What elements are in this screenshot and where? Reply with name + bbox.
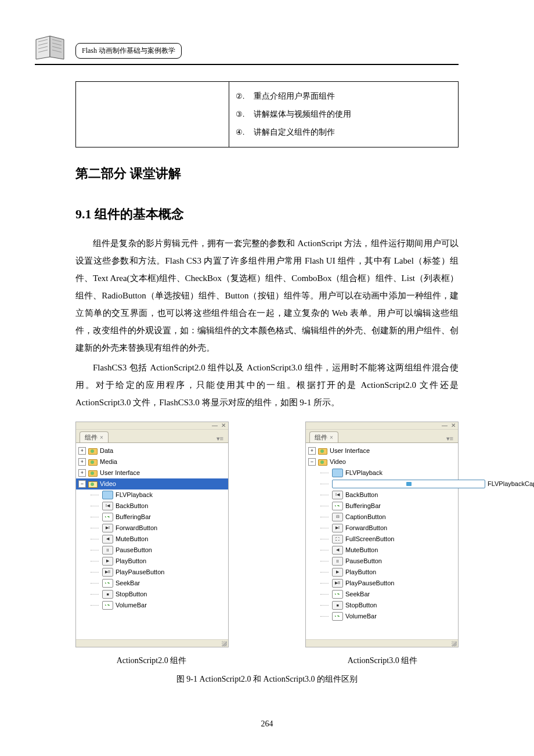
component-icon: ▶ xyxy=(332,568,343,577)
component-icon: ◀ xyxy=(102,535,113,543)
tree-item[interactable]: VolumeBar xyxy=(76,600,228,611)
item-label: PauseButton xyxy=(116,546,152,553)
objective-num: ②. xyxy=(235,89,246,103)
tree-item[interactable]: ■StopButton xyxy=(306,600,458,611)
tree-item[interactable]: ▶IForwardButton xyxy=(76,523,228,534)
objective-text: 重点介绍用户界面组件 xyxy=(254,89,335,103)
panel-resize-grip[interactable] xyxy=(76,639,228,647)
item-label: ForwardButton xyxy=(345,524,387,531)
tree-item[interactable]: ⛶FullScreenButton xyxy=(306,534,458,545)
tree-item[interactable]: ◀MuteButton xyxy=(306,545,458,556)
tab-close-icon[interactable]: × xyxy=(330,434,333,441)
tab-label: 组件 xyxy=(85,433,98,442)
component-icon: ■ xyxy=(332,601,343,610)
tree-folder[interactable]: −Video xyxy=(306,456,458,467)
objective-num: ④. xyxy=(235,125,246,139)
item-label: StopButton xyxy=(116,591,147,597)
components-panel-as3: —✕组件×▾≡+User Interface−VideoFLVPlaybackF… xyxy=(305,422,459,647)
tree-folder[interactable]: −Video xyxy=(76,478,228,489)
components-tab[interactable]: 组件× xyxy=(309,431,338,442)
objective-text: 讲解自定义组件的制作 xyxy=(254,125,335,139)
tree-item[interactable]: ▶PlayButton xyxy=(306,567,458,578)
component-icon: ⊟ xyxy=(332,513,343,521)
tree-item[interactable]: ⊟CaptionButton xyxy=(306,512,458,523)
page: Flash 动画制作基础与案例教学 ②. 重点介绍用户界面组件 ③. 讲解媒体与… xyxy=(0,0,534,756)
component-icon: I◀ xyxy=(332,491,343,499)
tree-item[interactable]: BufferingBar xyxy=(76,512,228,523)
paragraph-1: 组件是复杂的影片剪辑元件，拥有一套完整的参数和 ActionScript 方法，… xyxy=(75,235,459,357)
tree-item[interactable]: ◀MuteButton xyxy=(76,534,228,545)
tree-folder[interactable]: +User Interface xyxy=(76,467,228,478)
component-icon xyxy=(102,601,113,610)
component-icon: ▶II xyxy=(332,579,343,588)
expand-icon[interactable]: + xyxy=(308,447,316,455)
close-icon[interactable]: ✕ xyxy=(451,423,456,429)
component-icon xyxy=(102,513,113,521)
caption-right: ActionScript3.0 组件 xyxy=(306,656,459,666)
tree-item[interactable]: FLVPlaybackCaptioning xyxy=(306,478,458,489)
tree-item[interactable]: VolumeBar xyxy=(306,611,458,622)
header-rule xyxy=(35,64,459,65)
item-label: FullScreenButton xyxy=(345,535,394,542)
panel-menu-icon[interactable]: ▾≡ xyxy=(217,435,225,442)
objective-text: 讲解媒体与视频组件的使用 xyxy=(254,107,351,121)
folder-label: Media xyxy=(100,458,117,465)
panel-menu-icon[interactable]: ▾≡ xyxy=(446,435,454,442)
components-tab[interactable]: 组件× xyxy=(80,431,109,442)
item-label: PlayPauseButton xyxy=(345,579,394,586)
tree-item[interactable]: ▶IForwardButton xyxy=(306,523,458,534)
tree-item[interactable]: IIPauseButton xyxy=(76,545,228,556)
folder-icon xyxy=(88,469,98,477)
item-label: VolumeBar xyxy=(345,613,377,620)
tree-item[interactable]: SeekBar xyxy=(76,578,228,589)
tree-folder[interactable]: +Data xyxy=(76,445,228,456)
caption-left: ActionScript2.0 组件 xyxy=(75,656,228,666)
panel-tabs: 组件×▾≡ xyxy=(76,430,228,442)
item-label: FLVPlaybackCaptioning xyxy=(488,480,534,487)
expand-icon[interactable]: − xyxy=(78,480,86,488)
minimize-icon[interactable]: — xyxy=(212,423,218,429)
close-icon[interactable]: ✕ xyxy=(221,423,226,429)
tree-folder[interactable]: +Media xyxy=(76,456,228,467)
tree-folder[interactable]: +User Interface xyxy=(306,445,458,456)
panel-tabs: 组件×▾≡ xyxy=(306,430,458,442)
tab-label: 组件 xyxy=(315,433,327,442)
objective-item: ④. 讲解自定义组件的制作 xyxy=(235,125,452,139)
item-label: SeekBar xyxy=(116,579,140,586)
tree-item[interactable]: ▶IIPlayPauseButton xyxy=(306,578,458,589)
expand-icon[interactable]: − xyxy=(308,458,316,466)
tree-item[interactable]: I◀BackButton xyxy=(306,489,458,501)
item-label: CaptionButton xyxy=(345,513,386,520)
tree-item[interactable]: IIPauseButton xyxy=(306,556,458,567)
tree-view[interactable]: +User Interface−VideoFLVPlaybackFLVPlayb… xyxy=(306,442,458,639)
tree-item[interactable]: ▶PlayButton xyxy=(76,556,228,567)
tree-item[interactable]: SeekBar xyxy=(306,589,458,600)
tree-item[interactable]: ■StopButton xyxy=(76,589,228,600)
tree-item[interactable]: BufferingBar xyxy=(306,501,458,512)
tab-close-icon[interactable]: × xyxy=(100,434,103,441)
chapter-badge: Flash 动画制作基础与案例教学 xyxy=(75,43,182,59)
expand-icon[interactable]: + xyxy=(78,458,86,466)
expand-icon[interactable]: + xyxy=(78,447,86,455)
folder-icon xyxy=(88,480,98,488)
component-icon xyxy=(332,480,485,488)
tree-item[interactable]: I◀BackButton xyxy=(76,501,228,512)
item-label: BufferingBar xyxy=(345,502,381,509)
item-label: SeekBar xyxy=(345,591,370,597)
panel-resize-grip[interactable] xyxy=(306,639,458,647)
component-icon: ▶I xyxy=(332,524,343,532)
component-icon xyxy=(102,491,113,499)
item-label: BufferingBar xyxy=(116,513,151,520)
objective-item: ③. 讲解媒体与视频组件的使用 xyxy=(235,107,452,121)
component-icon: ▶I xyxy=(102,524,113,532)
minimize-icon[interactable]: — xyxy=(442,423,448,429)
tree-item[interactable]: ▶IIPlayPauseButton xyxy=(76,567,228,578)
tree-view[interactable]: +Data+Media+User Interface−VideoFLVPlayb… xyxy=(76,442,228,639)
folder-label: User Interface xyxy=(330,447,370,454)
item-label: PlayPauseButton xyxy=(116,568,164,575)
tree-item[interactable]: FLVPlayback xyxy=(306,467,458,478)
item-label: MuteButton xyxy=(116,535,148,542)
tree-item[interactable]: FLVPlayback xyxy=(76,489,228,501)
expand-icon[interactable]: + xyxy=(78,469,86,477)
folder-icon xyxy=(88,447,98,455)
